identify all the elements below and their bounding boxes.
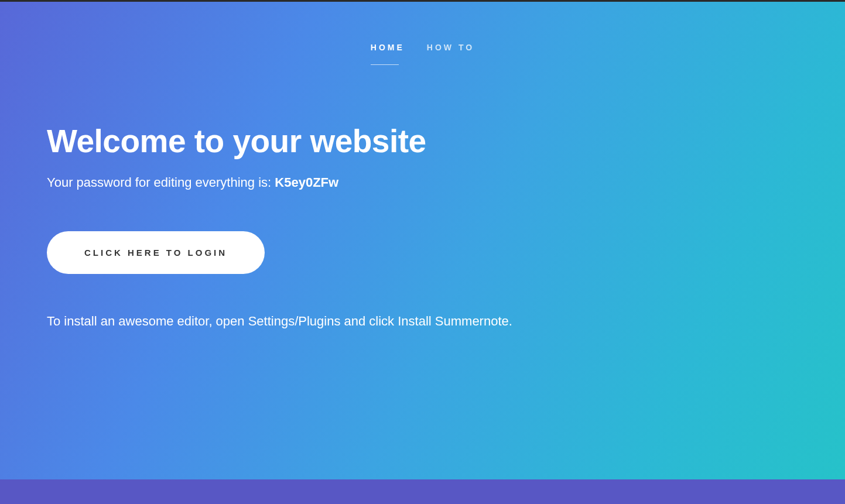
instruction-text: To install an awesome editor, open Setti… — [47, 314, 798, 329]
password-value: K5ey0ZFw — [275, 175, 338, 190]
footer-bar — [0, 479, 845, 504]
hero-section: Home How To Welcome to your website Your… — [0, 2, 845, 479]
nav-item-howto[interactable]: How To — [427, 43, 474, 65]
password-prefix: Your password for editing everything is: — [47, 175, 275, 190]
login-button[interactable]: CLICK HERE TO LOGIN — [47, 231, 265, 274]
nav-item-label: Home — [371, 43, 405, 52]
main-nav: Home How To — [47, 2, 798, 65]
nav-item-home[interactable]: Home — [371, 43, 405, 65]
password-line: Your password for editing everything is:… — [47, 175, 798, 190]
page-title: Welcome to your website — [47, 122, 798, 160]
nav-item-label: How To — [427, 43, 474, 52]
hero-content: Welcome to your website Your password fo… — [47, 65, 798, 329]
